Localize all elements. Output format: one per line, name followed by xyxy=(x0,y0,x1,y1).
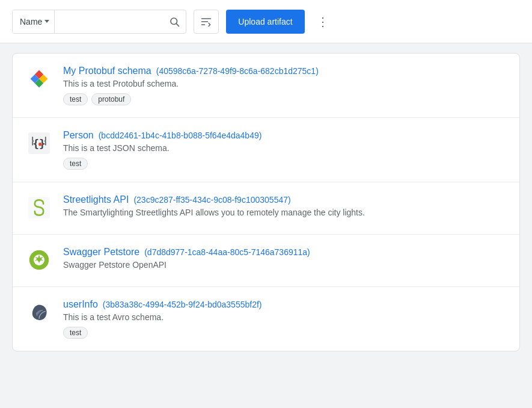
tag: test xyxy=(63,158,88,170)
item-description: This is a test Avro schema. xyxy=(63,312,505,322)
sort-button[interactable] xyxy=(194,10,219,34)
item-description: The Smartylighting Streetlights API allo… xyxy=(63,208,505,217)
filter-select[interactable]: Name xyxy=(13,10,55,33)
item-title-row: Person (bcdd2461-1b4c-41b8-b088-5f64e4da… xyxy=(63,130,505,141)
item-content: Person (bcdd2461-1b4c-41b8-b088-5f64e4da… xyxy=(63,130,505,170)
item-icon-avro xyxy=(27,300,51,324)
list-item[interactable]: {} Person (bcdd2461-1b4c-41b8-b088-5f64e… xyxy=(13,118,519,182)
item-uuid: (3b83a38c-4994-452b-9f24-bd0a3555bf2f) xyxy=(103,300,262,309)
item-name: userInfo xyxy=(63,299,98,310)
item-name: My Protobuf schema xyxy=(63,66,151,76)
tag: protobuf xyxy=(91,93,131,105)
svg-line-1 xyxy=(177,23,179,26)
item-description: Swagger Petstore OpenAPI xyxy=(63,260,505,270)
sort-icon xyxy=(200,16,212,28)
item-icon-json: {} xyxy=(27,131,51,155)
item-title-row: Swagger Petstore (d7d8d977-1ca8-44aa-80c… xyxy=(63,247,505,258)
toolbar: Name Upload artifact ⋮ xyxy=(0,0,532,43)
tag: test xyxy=(63,327,88,339)
item-description: This is a test JSON schema. xyxy=(63,143,505,153)
svg-point-12 xyxy=(38,143,41,146)
item-content: Swagger Petstore (d7d8d977-1ca8-44aa-80c… xyxy=(63,247,505,274)
list-item[interactable]: My Protobuf schema (40598c6a-7278-49f9-8… xyxy=(13,54,519,118)
item-description: This is a test Protobuf schema. xyxy=(63,79,505,88)
list-item[interactable]: Swagger Petstore (d7d8d977-1ca8-44aa-80c… xyxy=(13,235,519,287)
item-uuid: (bcdd2461-1b4c-41b8-b088-5f64e4da4b49) xyxy=(99,131,262,140)
chevron-down-icon xyxy=(44,20,49,23)
item-icon-swagger xyxy=(27,248,51,272)
item-title-row: My Protobuf schema (40598c6a-7278-49f9-8… xyxy=(63,66,505,76)
more-icon: ⋮ xyxy=(317,14,329,29)
upload-artifact-button[interactable]: Upload artifact xyxy=(226,10,304,34)
more-options-button[interactable]: ⋮ xyxy=(312,10,334,34)
tags: test xyxy=(63,158,505,170)
item-uuid: (23c9c287-ff35-434c-9c08-f9c100305547) xyxy=(133,195,290,205)
search-input[interactable] xyxy=(55,10,163,33)
item-uuid: (40598c6a-7278-49f9-8c6a-682cb1d275c1) xyxy=(156,66,319,76)
item-icon-protobuf xyxy=(27,67,51,91)
svg-point-16 xyxy=(37,258,40,261)
artifacts-list: My Protobuf schema (40598c6a-7278-49f9-8… xyxy=(12,53,520,351)
item-name: Swagger Petstore xyxy=(63,247,139,258)
item-title-row: userInfo (3b83a38c-4994-452b-9f24-bd0a35… xyxy=(63,299,505,310)
item-content: My Protobuf schema (40598c6a-7278-49f9-8… xyxy=(63,66,505,105)
item-name: Streetlights API xyxy=(63,194,129,205)
item-name: Person xyxy=(63,130,94,141)
item-content: Streetlights API (23c9c287-ff35-434c-9c0… xyxy=(63,194,505,222)
item-content: userInfo (3b83a38c-4994-452b-9f24-bd0a35… xyxy=(63,299,505,339)
name-filter: Name xyxy=(12,10,186,34)
tags: test xyxy=(63,327,505,339)
item-title-row: Streetlights API (23c9c287-ff35-434c-9c0… xyxy=(63,194,505,205)
item-uuid: (d7d8d977-1ca8-44aa-80c5-7146a736911a) xyxy=(144,247,310,257)
item-icon-api xyxy=(27,196,51,220)
search-button[interactable] xyxy=(163,10,186,33)
list-item[interactable]: userInfo (3b83a38c-4994-452b-9f24-bd0a35… xyxy=(13,287,519,351)
search-icon xyxy=(169,16,180,27)
tag: test xyxy=(63,93,88,105)
list-item[interactable]: Streetlights API (23c9c287-ff35-434c-9c0… xyxy=(13,182,519,235)
filter-label: Name xyxy=(20,17,42,26)
tags: testprotobuf xyxy=(63,93,505,105)
